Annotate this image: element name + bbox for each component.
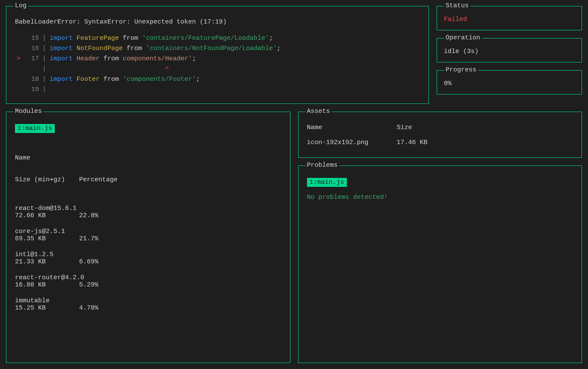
module-name: immutable	[15, 297, 281, 304]
status-value: Failed	[444, 16, 575, 23]
module-name: intl@1.2.5	[15, 251, 281, 258]
code-line: | ^	[15, 64, 420, 74]
module-row: immutable15.25 KB4.78%	[15, 297, 281, 312]
module-row: core-js@2.5.169.35 KB21.7%	[15, 228, 281, 242]
problems-message: No problems detected!	[307, 194, 573, 201]
code-line: >17|import Header from components/Header…	[15, 54, 420, 64]
assets-header-size: Size	[397, 124, 412, 131]
operation-title: Operation	[444, 34, 482, 41]
module-row: intl@1.2.521.33 KB6.69%	[15, 251, 281, 266]
log-panel: Log BabelLoaderError: SyntaxError: Unexp…	[6, 6, 429, 104]
assets-header-name: Name	[307, 124, 397, 131]
progress-value: 0%	[444, 80, 575, 87]
status-sidebar: Status Failed Operation idle (3s) Progre…	[437, 6, 582, 104]
error-marker-icon: >	[15, 54, 24, 64]
assets-headers: Name Size	[307, 124, 573, 131]
error-marker-icon	[15, 74, 24, 85]
error-marker-icon	[15, 33, 24, 44]
error-marker-icon	[15, 44, 24, 54]
code-line: 19|	[15, 85, 420, 95]
progress-panel: Progress 0%	[437, 70, 582, 94]
status-panel: Status Failed	[437, 6, 582, 30]
asset-size: 17.46 KB	[397, 139, 428, 146]
error-caret-icon: ^	[50, 65, 169, 73]
operation-value: idle (3s)	[444, 48, 575, 55]
module-name: core-js@2.5.1	[15, 228, 281, 235]
code-line: 15|import FeaturePage from 'containers/F…	[15, 33, 420, 44]
log-code: 15|import FeaturePage from 'containers/F…	[15, 33, 420, 95]
modules-badge[interactable]: 1:main.js	[15, 124, 55, 133]
line-number: 17	[24, 54, 39, 64]
module-percentage: 5.29%	[79, 281, 98, 289]
code-line: 16|import NotFoundPage from 'containers/…	[15, 44, 420, 54]
asset-name: icon-192x192.png	[307, 139, 397, 146]
module-percentage: 4.78%	[79, 304, 98, 312]
module-name: react-router@4.2.0	[15, 274, 281, 281]
module-size: 72.66 KB	[15, 212, 79, 219]
progress-title: Progress	[444, 66, 478, 74]
modules-panel: Modules 1:main.js Name Size (min+gz) Per…	[6, 112, 290, 363]
operation-panel: Operation idle (3s)	[437, 38, 582, 62]
module-percentage: 22.8%	[79, 212, 98, 219]
log-title: Log	[13, 2, 28, 9]
modules-header-name: Name	[15, 154, 281, 162]
bottom-row: Modules 1:main.js Name Size (min+gz) Per…	[6, 112, 582, 363]
assets-title: Assets	[305, 108, 332, 115]
modules-header-size: Size (min+gz)	[15, 176, 79, 183]
asset-row: icon-192x192.png17.46 KB	[307, 139, 573, 146]
modules-header-pct: Percentage	[79, 176, 118, 183]
module-percentage: 6.69%	[79, 258, 98, 266]
line-number: 18	[24, 74, 39, 85]
module-size: 15.25 KB	[15, 304, 79, 312]
modules-headers: Name Size (min+gz) Percentage	[15, 140, 281, 198]
status-title: Status	[444, 2, 470, 9]
module-row: react-dom@15.6.172.66 KB22.8%	[15, 205, 281, 219]
module-name: react-dom@15.6.1	[15, 205, 281, 212]
line-number: 16	[24, 44, 39, 54]
log-error-message: BabelLoaderError: SyntaxError: Unexpecte…	[15, 18, 420, 26]
problems-title: Problems	[305, 162, 340, 169]
code-line: 18|import Footer from 'components/Footer…	[15, 74, 420, 85]
module-size: 16.88 KB	[15, 281, 79, 289]
assets-panel: Assets Name Size icon-192x192.png17.46 K…	[298, 112, 582, 158]
problems-panel: Problems 1:main.js No problems detected!	[298, 165, 582, 363]
module-size: 69.35 KB	[15, 235, 79, 242]
module-percentage: 21.7%	[79, 235, 98, 242]
module-size: 21.33 KB	[15, 258, 79, 266]
problems-badge[interactable]: 1:main.js	[307, 178, 347, 187]
module-row: react-router@4.2.016.88 KB5.29%	[15, 274, 281, 289]
modules-title: Modules	[13, 108, 44, 115]
line-number: 15	[24, 33, 39, 44]
